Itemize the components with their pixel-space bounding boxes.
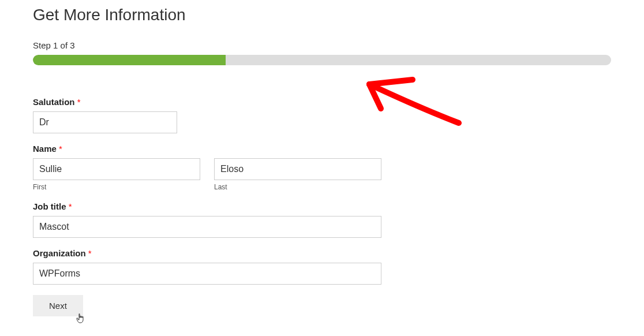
field-name: Name * First Last — [33, 144, 611, 191]
progress-bar — [33, 55, 611, 65]
step-indicator: Step 1 of 3 — [33, 40, 611, 50]
name-label-text: Name — [33, 144, 57, 154]
salutation-input[interactable] — [33, 111, 177, 133]
field-organization: Organization * — [33, 248, 611, 285]
progress-fill — [33, 55, 226, 65]
field-salutation: Salutation * — [33, 97, 611, 133]
organization-input[interactable] — [33, 263, 381, 285]
salutation-label-text: Salutation — [33, 97, 75, 107]
organization-label-text: Organization — [33, 248, 86, 258]
salutation-label: Salutation * — [33, 97, 611, 107]
required-marker: * — [59, 144, 62, 154]
required-marker: * — [88, 248, 92, 258]
next-button[interactable]: Next — [33, 295, 83, 316]
field-job-title: Job title * — [33, 201, 611, 238]
last-name-sublabel: Last — [214, 183, 381, 191]
name-label: Name * — [33, 144, 611, 154]
organization-label: Organization * — [33, 248, 611, 258]
first-name-sublabel: First — [33, 183, 200, 191]
job-title-label: Job title * — [33, 201, 611, 211]
job-title-input[interactable] — [33, 216, 381, 238]
first-name-input[interactable] — [33, 158, 200, 180]
required-marker: * — [69, 201, 72, 211]
job-title-label-text: Job title — [33, 201, 66, 211]
required-marker: * — [77, 97, 81, 107]
last-name-input[interactable] — [214, 158, 381, 180]
page-title: Get More Information — [33, 6, 611, 24]
